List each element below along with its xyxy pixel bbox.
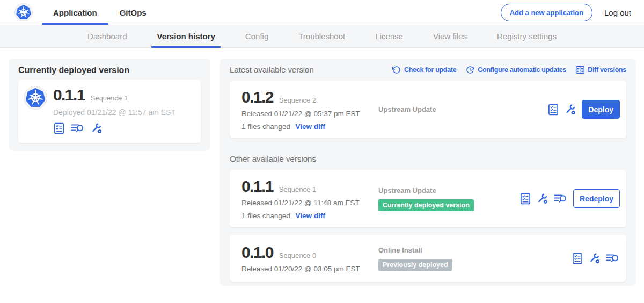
currently-deployed-title: Currently deployed version <box>18 66 201 75</box>
version-source: Upstream Update <box>378 186 519 194</box>
deployed-version-card: 0.1.1 Sequence 1 Deployed 01/21/22 @ 11:… <box>18 80 201 143</box>
sequence-label: Sequence 2 <box>279 97 316 104</box>
previously-deployed-badge: Previously deployed <box>378 259 452 271</box>
version-row-0.1.2: 0.1.2 Sequence 2 Released 01/21/22 @ 05:… <box>230 81 626 138</box>
diff-versions-label: Diff versions <box>588 66 626 74</box>
subnav-license[interactable]: License <box>370 25 408 47</box>
view-logs-icon[interactable] <box>554 193 568 205</box>
files-changed: 1 files changed <box>241 122 290 131</box>
released-date: Released 01/21/22 @ 05:37 pm EST <box>241 110 378 118</box>
currently-deployed-badge: Currently deployed version <box>378 199 474 211</box>
add-application-button[interactable]: Add a new application <box>501 4 592 21</box>
subnav-dashboard[interactable]: Dashboard <box>82 25 132 47</box>
version-row-0.1.1: 0.1.1 Sequence 1 Released 01/21/22 @ 11:… <box>230 170 626 227</box>
subnav-troubleshoot[interactable]: Troubleshoot <box>293 25 350 47</box>
files-changed: 1 files changed <box>241 212 290 220</box>
preflight-checklist-icon[interactable] <box>547 104 559 116</box>
subnav-config[interactable]: Config <box>240 25 274 47</box>
version-number: 0.1.0 <box>241 243 273 261</box>
sequence-label: Sequence 0 <box>279 252 316 259</box>
view-logs-icon[interactable] <box>606 252 620 264</box>
view-logs-icon[interactable] <box>71 122 85 134</box>
tab-application[interactable]: Application <box>42 0 108 25</box>
latest-available-title: Latest available version <box>230 65 314 74</box>
version-number: 0.1.2 <box>241 88 273 106</box>
refresh-icon <box>392 66 401 74</box>
subnav-version-history[interactable]: Version history <box>151 25 220 47</box>
edit-config-wrench-icon[interactable] <box>91 122 103 134</box>
check-for-update-link[interactable]: Check for update <box>392 66 456 74</box>
kubernetes-app-icon <box>24 86 47 109</box>
edit-config-wrench-icon[interactable] <box>537 193 548 205</box>
version-row-0.1.0: 0.1.0 Sequence 0 Released 01/20/22 @ 03:… <box>230 235 626 282</box>
kubernetes-logo[interactable] <box>14 3 33 21</box>
logout-button[interactable]: Log out <box>604 8 631 17</box>
view-diff-link[interactable]: View diff <box>296 212 325 220</box>
app-subnav: Dashboard Version history Config Trouble… <box>0 25 644 48</box>
redeploy-button[interactable]: Redeploy <box>573 189 620 208</box>
configure-automatic-updates-label: Configure automatic updates <box>478 66 566 74</box>
diff-icon <box>576 66 584 74</box>
check-for-update-label: Check for update <box>404 66 456 74</box>
preflight-checklist-icon[interactable] <box>572 252 583 264</box>
released-date: Released 01/21/22 @ 11:48 am EST <box>241 199 378 207</box>
edit-config-wrench-icon[interactable] <box>565 104 576 116</box>
tab-gitops-label: GitOps <box>120 8 147 17</box>
preflight-checklist-icon[interactable] <box>519 193 531 205</box>
deploy-button[interactable]: Deploy <box>582 100 620 119</box>
preflight-checklist-icon[interactable] <box>53 122 65 134</box>
auto-update-clock-icon <box>466 66 474 74</box>
edit-config-wrench-icon[interactable] <box>589 252 601 264</box>
currently-deployed-panel: Currently deployed version 0.1.1 Sequenc… <box>9 59 210 151</box>
tab-application-label: Application <box>53 8 97 17</box>
diff-versions-link[interactable]: Diff versions <box>576 66 626 74</box>
deployed-sequence: Sequence 1 <box>91 95 128 102</box>
configure-automatic-updates-link[interactable]: Configure automatic updates <box>466 66 566 74</box>
other-versions-title: Other available versions <box>230 154 626 163</box>
kubernetes-logo-icon <box>15 4 32 21</box>
deployed-version-number: 0.1.1 <box>53 86 85 104</box>
version-history-panel: Latest available version Check for updat… <box>220 59 636 286</box>
view-diff-link[interactable]: View diff <box>296 122 325 131</box>
subnav-view-files[interactable]: View files <box>428 25 472 47</box>
subnav-registry-settings[interactable]: Registry settings <box>492 25 562 47</box>
version-source: Upstream Update <box>378 105 547 113</box>
top-navbar: Application GitOps Add a new application… <box>0 0 644 25</box>
sequence-label: Sequence 1 <box>279 186 316 193</box>
released-date: Released 01/20/22 @ 03:05 pm EST <box>241 265 378 273</box>
app-logo <box>24 86 47 110</box>
version-source: Online Install <box>378 246 572 254</box>
deployed-date: Deployed 01/21/22 @ 11:57 am EST <box>53 108 175 117</box>
version-number: 0.1.1 <box>241 177 273 195</box>
app-tabs: Application GitOps <box>42 0 158 25</box>
tab-gitops[interactable]: GitOps <box>108 0 158 25</box>
